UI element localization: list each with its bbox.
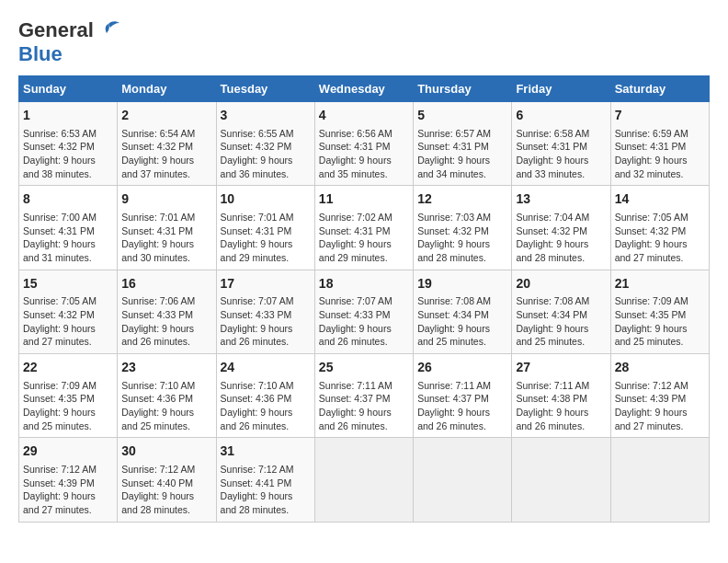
calendar-table: SundayMondayTuesdayWednesdayThursdayFrid… bbox=[18, 75, 710, 523]
day-number: 9 bbox=[121, 190, 211, 209]
day-number: 10 bbox=[221, 190, 311, 209]
calendar-cell bbox=[414, 438, 512, 522]
calendar-week-4: 22Sunrise: 7:09 AM Sunset: 4:35 PM Dayli… bbox=[19, 354, 710, 438]
calendar-cell: 2Sunrise: 6:54 AM Sunset: 4:32 PM Daylig… bbox=[118, 102, 216, 186]
day-number: 5 bbox=[417, 107, 507, 125]
day-number: 27 bbox=[516, 359, 606, 377]
logo-bird-icon bbox=[96, 20, 121, 40]
day-header-saturday: Saturday bbox=[610, 76, 709, 102]
day-info: Sunrise: 7:12 AM Sunset: 4:39 PM Dayligh… bbox=[23, 463, 113, 517]
day-header-tuesday: Tuesday bbox=[216, 76, 314, 102]
day-number: 15 bbox=[23, 275, 113, 293]
day-number: 19 bbox=[417, 275, 507, 293]
day-info: Sunrise: 6:58 AM Sunset: 4:31 PM Dayligh… bbox=[516, 127, 606, 181]
day-number: 25 bbox=[319, 359, 409, 377]
calendar-cell: 18Sunrise: 7:07 AM Sunset: 4:33 PM Dayli… bbox=[314, 270, 413, 353]
day-info: Sunrise: 7:10 AM Sunset: 4:36 PM Dayligh… bbox=[121, 379, 211, 433]
day-info: Sunrise: 7:08 AM Sunset: 4:34 PM Dayligh… bbox=[516, 294, 606, 349]
day-header-sunday: Sunday bbox=[19, 76, 118, 102]
day-number: 1 bbox=[23, 107, 113, 125]
logo-general-text: General bbox=[18, 18, 94, 42]
day-number: 17 bbox=[221, 275, 311, 293]
day-info: Sunrise: 7:03 AM Sunset: 4:32 PM Dayligh… bbox=[417, 211, 507, 265]
calendar-cell: 15Sunrise: 7:05 AM Sunset: 4:32 PM Dayli… bbox=[19, 270, 118, 353]
calendar-cell bbox=[610, 438, 709, 522]
calendar-header: SundayMondayTuesdayWednesdayThursdayFrid… bbox=[19, 76, 710, 102]
page-header: General Blue bbox=[18, 18, 710, 66]
calendar-cell: 3Sunrise: 6:55 AM Sunset: 4:32 PM Daylig… bbox=[216, 102, 314, 186]
calendar-week-3: 15Sunrise: 7:05 AM Sunset: 4:32 PM Dayli… bbox=[19, 270, 710, 353]
calendar-cell: 20Sunrise: 7:08 AM Sunset: 4:34 PM Dayli… bbox=[512, 270, 610, 353]
calendar-cell: 31Sunrise: 7:12 AM Sunset: 4:41 PM Dayli… bbox=[216, 438, 314, 522]
calendar-cell: 24Sunrise: 7:10 AM Sunset: 4:36 PM Dayli… bbox=[216, 354, 314, 438]
day-number: 4 bbox=[319, 107, 409, 125]
day-info: Sunrise: 6:59 AM Sunset: 4:31 PM Dayligh… bbox=[615, 127, 705, 181]
calendar-cell: 16Sunrise: 7:06 AM Sunset: 4:33 PM Dayli… bbox=[118, 270, 216, 353]
calendar-cell: 11Sunrise: 7:02 AM Sunset: 4:31 PM Dayli… bbox=[314, 186, 413, 270]
day-info: Sunrise: 6:57 AM Sunset: 4:31 PM Dayligh… bbox=[417, 127, 507, 181]
logo: General Blue bbox=[18, 18, 121, 66]
calendar-cell: 29Sunrise: 7:12 AM Sunset: 4:39 PM Dayli… bbox=[19, 438, 118, 522]
day-info: Sunrise: 7:12 AM Sunset: 4:40 PM Dayligh… bbox=[121, 463, 211, 517]
calendar-body: 1Sunrise: 6:53 AM Sunset: 4:32 PM Daylig… bbox=[19, 102, 710, 523]
calendar-week-1: 1Sunrise: 6:53 AM Sunset: 4:32 PM Daylig… bbox=[19, 102, 710, 186]
day-info: Sunrise: 7:04 AM Sunset: 4:32 PM Dayligh… bbox=[516, 211, 606, 265]
day-header-thursday: Thursday bbox=[414, 76, 512, 102]
day-info: Sunrise: 7:00 AM Sunset: 4:31 PM Dayligh… bbox=[23, 211, 113, 265]
day-info: Sunrise: 7:05 AM Sunset: 4:32 PM Dayligh… bbox=[23, 294, 113, 349]
calendar-cell: 10Sunrise: 7:01 AM Sunset: 4:31 PM Dayli… bbox=[216, 186, 314, 270]
day-info: Sunrise: 7:12 AM Sunset: 4:41 PM Dayligh… bbox=[221, 463, 311, 517]
day-info: Sunrise: 7:02 AM Sunset: 4:31 PM Dayligh… bbox=[319, 211, 409, 265]
day-info: Sunrise: 7:05 AM Sunset: 4:32 PM Dayligh… bbox=[615, 211, 705, 265]
calendar-cell: 1Sunrise: 6:53 AM Sunset: 4:32 PM Daylig… bbox=[19, 102, 118, 186]
day-number: 12 bbox=[417, 190, 507, 209]
day-info: Sunrise: 7:11 AM Sunset: 4:37 PM Dayligh… bbox=[417, 379, 507, 433]
calendar-cell: 19Sunrise: 7:08 AM Sunset: 4:34 PM Dayli… bbox=[414, 270, 512, 353]
day-info: Sunrise: 7:10 AM Sunset: 4:36 PM Dayligh… bbox=[221, 379, 311, 433]
day-number: 13 bbox=[516, 190, 606, 209]
day-number: 7 bbox=[615, 107, 705, 125]
day-header-monday: Monday bbox=[118, 76, 216, 102]
day-number: 22 bbox=[23, 359, 113, 377]
calendar-cell: 28Sunrise: 7:12 AM Sunset: 4:39 PM Dayli… bbox=[610, 354, 709, 438]
calendar-cell: 4Sunrise: 6:56 AM Sunset: 4:31 PM Daylig… bbox=[314, 102, 413, 186]
calendar-cell: 13Sunrise: 7:04 AM Sunset: 4:32 PM Dayli… bbox=[512, 186, 610, 270]
day-number: 28 bbox=[615, 359, 705, 377]
calendar-cell: 6Sunrise: 6:58 AM Sunset: 4:31 PM Daylig… bbox=[512, 102, 610, 186]
day-number: 16 bbox=[121, 275, 211, 293]
calendar-cell: 12Sunrise: 7:03 AM Sunset: 4:32 PM Dayli… bbox=[414, 186, 512, 270]
calendar-week-2: 8Sunrise: 7:00 AM Sunset: 4:31 PM Daylig… bbox=[19, 186, 710, 270]
day-info: Sunrise: 7:01 AM Sunset: 4:31 PM Dayligh… bbox=[121, 211, 211, 265]
day-number: 26 bbox=[417, 359, 507, 377]
day-number: 23 bbox=[121, 359, 211, 377]
calendar-cell: 23Sunrise: 7:10 AM Sunset: 4:36 PM Dayli… bbox=[118, 354, 216, 438]
day-info: Sunrise: 6:55 AM Sunset: 4:32 PM Dayligh… bbox=[221, 127, 311, 181]
day-info: Sunrise: 6:53 AM Sunset: 4:32 PM Dayligh… bbox=[23, 127, 113, 181]
day-header-wednesday: Wednesday bbox=[314, 76, 413, 102]
day-info: Sunrise: 6:56 AM Sunset: 4:31 PM Dayligh… bbox=[319, 127, 409, 181]
day-info: Sunrise: 6:54 AM Sunset: 4:32 PM Dayligh… bbox=[121, 127, 211, 181]
calendar-cell: 21Sunrise: 7:09 AM Sunset: 4:35 PM Dayli… bbox=[610, 270, 709, 353]
day-number: 20 bbox=[516, 275, 606, 293]
calendar-cell: 26Sunrise: 7:11 AM Sunset: 4:37 PM Dayli… bbox=[414, 354, 512, 438]
day-info: Sunrise: 7:01 AM Sunset: 4:31 PM Dayligh… bbox=[221, 211, 311, 265]
day-info: Sunrise: 7:11 AM Sunset: 4:37 PM Dayligh… bbox=[319, 379, 409, 433]
day-number: 30 bbox=[121, 442, 211, 461]
calendar-week-5: 29Sunrise: 7:12 AM Sunset: 4:39 PM Dayli… bbox=[19, 438, 710, 522]
day-info: Sunrise: 7:11 AM Sunset: 4:38 PM Dayligh… bbox=[516, 379, 606, 433]
day-number: 2 bbox=[121, 107, 211, 125]
day-info: Sunrise: 7:09 AM Sunset: 4:35 PM Dayligh… bbox=[615, 294, 705, 349]
calendar-cell bbox=[512, 438, 610, 522]
day-number: 11 bbox=[319, 190, 409, 209]
calendar-cell bbox=[314, 438, 413, 522]
day-number: 24 bbox=[221, 359, 311, 377]
calendar-cell: 27Sunrise: 7:11 AM Sunset: 4:38 PM Dayli… bbox=[512, 354, 610, 438]
day-info: Sunrise: 7:09 AM Sunset: 4:35 PM Dayligh… bbox=[23, 379, 113, 433]
day-info: Sunrise: 7:07 AM Sunset: 4:33 PM Dayligh… bbox=[319, 294, 409, 349]
calendar-cell: 8Sunrise: 7:00 AM Sunset: 4:31 PM Daylig… bbox=[19, 186, 118, 270]
day-info: Sunrise: 7:12 AM Sunset: 4:39 PM Dayligh… bbox=[615, 379, 705, 433]
calendar-cell: 7Sunrise: 6:59 AM Sunset: 4:31 PM Daylig… bbox=[610, 102, 709, 186]
day-number: 14 bbox=[615, 190, 705, 209]
day-info: Sunrise: 7:07 AM Sunset: 4:33 PM Dayligh… bbox=[221, 294, 311, 349]
day-number: 31 bbox=[221, 442, 311, 461]
